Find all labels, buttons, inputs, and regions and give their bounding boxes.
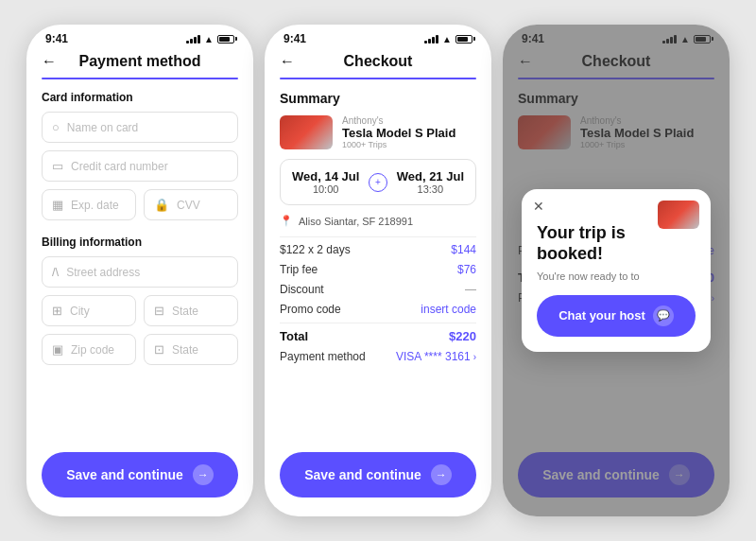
- chat-btn-label: Chat your host: [558, 308, 645, 323]
- cvv-placeholder: CVV: [177, 199, 200, 212]
- divider-2: [280, 323, 476, 323]
- end-date: Wed, 21 Jul: [397, 169, 464, 183]
- discount-val: —: [465, 283, 476, 296]
- divider-1: [280, 236, 476, 237]
- time-2: 9:41: [284, 32, 306, 45]
- state-icon: ⊟: [154, 304, 164, 318]
- save-continue-button-2[interactable]: Save and continue →: [280, 452, 476, 497]
- car-image-2: [280, 115, 333, 149]
- phone-payment: 9:41 ▲ ← Payment method Card information…: [26, 25, 253, 516]
- wifi-icon: ▲: [204, 34, 214, 44]
- modal-subtitle: You're now ready to to: [537, 270, 696, 282]
- phone-header-1: ← Payment method: [26, 49, 253, 78]
- total-label: Total: [280, 329, 308, 343]
- billing-section-label: Billing information: [42, 236, 238, 249]
- date-row-2: Wed, 14 Jul 10:00 + Wed, 21 Jul 13:30: [280, 159, 476, 205]
- calendar-icon: ▦: [52, 198, 63, 212]
- base-val: $144: [451, 243, 476, 256]
- payment-val-2[interactable]: VISA **** 3161 ›: [396, 350, 476, 363]
- exp-placeholder: Exp. date: [71, 199, 119, 212]
- city-state-row: ⊞ City ⊟ State: [42, 295, 238, 334]
- back-button-1[interactable]: ←: [42, 53, 57, 70]
- street-input[interactable]: /\ Street address: [42, 256, 238, 288]
- city-placeholder: City: [70, 305, 90, 318]
- name-on-card-input[interactable]: ○ Name on card: [42, 112, 238, 143]
- save-btn-label-1: Save and continue: [66, 467, 183, 482]
- city-icon: ⊞: [52, 304, 62, 318]
- end-time: 13:30: [397, 183, 464, 195]
- phone-header-2: ← Checkout: [265, 49, 491, 78]
- exp-date-input[interactable]: ▦ Exp. date: [42, 189, 136, 220]
- fee-row: Trip fee $76: [280, 263, 476, 276]
- base-label: $122 x 2 days: [280, 243, 351, 256]
- base-price-row: $122 x 2 days $144: [280, 243, 476, 256]
- state2-icon: ⊡: [154, 342, 164, 357]
- city-input[interactable]: ⊞ City: [42, 295, 136, 326]
- phone-content-2: Summary Anthony's Tesla Model S Plaid 10…: [265, 79, 491, 443]
- modal-car-image: [658, 201, 699, 229]
- status-icons-2: ▲: [424, 34, 472, 44]
- arrow-right-icon-2: →: [431, 464, 452, 485]
- bottom-btn-area-2: Save and continue →: [265, 443, 491, 516]
- name-placeholder: Name on card: [67, 121, 138, 134]
- discount-row: Discount —: [280, 283, 476, 296]
- person-icon: ○: [52, 120, 60, 134]
- fee-label: Trip fee: [280, 263, 318, 276]
- status-icons-1: ▲: [186, 34, 234, 44]
- modal-close-button[interactable]: ✕: [533, 199, 544, 214]
- street-placeholder: Street address: [66, 266, 140, 279]
- zip-input[interactable]: ▣ Zip code: [42, 334, 136, 365]
- save-continue-button-1[interactable]: Save and continue →: [42, 452, 238, 497]
- state-placeholder: State: [172, 305, 198, 318]
- save-btn-label-2: Save and continue: [304, 467, 421, 482]
- car-card-2: Anthony's Tesla Model S Plaid 1000+ Trip…: [280, 115, 476, 149]
- exp-cvv-row: ▦ Exp. date 🔒 CVV: [42, 189, 238, 228]
- cvv-input[interactable]: 🔒 CVV: [144, 189, 238, 220]
- total-val: $220: [449, 329, 476, 343]
- zip-state-row: ▣ Zip code ⊡ State: [42, 334, 238, 373]
- card-number-input[interactable]: ▭ Credit card number: [42, 150, 238, 182]
- chat-icon: 💬: [653, 305, 674, 326]
- payment-chevron-2: ›: [473, 352, 476, 362]
- card-icon: ▭: [52, 159, 63, 173]
- phone-booked-wrapper: 9:41 ▲ ← Checkout Summary: [503, 25, 730, 516]
- location-row-2: 📍 Aliso Siantar, SF 218991: [280, 215, 476, 227]
- state2-placeholder: State: [172, 343, 198, 357]
- car-name-2: Tesla Model S Plaid: [342, 126, 455, 140]
- battery-icon-2: [455, 35, 472, 44]
- signal-icon-2: [424, 35, 438, 44]
- phone-content-1: Card information ○ Name on card ▭ Credit…: [26, 79, 253, 443]
- promo-label: Promo code: [280, 303, 341, 316]
- summary-title-2: Summary: [280, 91, 476, 106]
- phone-checkout: 9:41 ▲ ← Checkout Summary Anthony's: [265, 25, 491, 516]
- state-input[interactable]: ⊟ State: [144, 295, 238, 326]
- state2-input[interactable]: ⊡ State: [144, 334, 238, 365]
- lock-icon: 🔒: [154, 198, 169, 212]
- back-button-2[interactable]: ←: [280, 53, 295, 70]
- promo-row: Promo code insert code: [280, 303, 476, 316]
- payment-row-2: Payment method VISA **** 3161 ›: [280, 350, 476, 363]
- location-icon-2: 📍: [280, 215, 293, 227]
- car-image-inner-2: [280, 115, 333, 149]
- modal-title: Your trip is booked!: [537, 223, 696, 264]
- page-title-2: Checkout: [280, 53, 476, 70]
- bottom-btn-area-1: Save and continue →: [26, 443, 253, 516]
- battery-icon: [217, 35, 234, 44]
- zip-placeholder: Zip code: [71, 343, 114, 357]
- chat-host-button[interactable]: Chat your host 💬: [537, 295, 696, 337]
- total-row: Total $220: [280, 329, 476, 343]
- card-number-placeholder: Credit card number: [71, 160, 168, 173]
- car-info-2: Anthony's Tesla Model S Plaid 1000+ Trip…: [342, 115, 455, 149]
- card-section-label: Card information: [42, 91, 238, 104]
- start-date-block: Wed, 14 Jul 10:00: [292, 169, 359, 195]
- status-bar-2: 9:41 ▲: [265, 25, 491, 49]
- payment-val-text-2: VISA **** 3161: [396, 350, 471, 363]
- start-time: 10:00: [292, 183, 359, 195]
- date-arrow-icon: +: [369, 173, 387, 192]
- promo-val[interactable]: insert code: [421, 303, 476, 316]
- discount-label: Discount: [280, 283, 324, 296]
- fee-val: $76: [457, 263, 476, 276]
- arrow-right-icon-1: →: [193, 464, 214, 485]
- payment-label-2: Payment method: [280, 350, 366, 363]
- end-date-block: Wed, 21 Jul 13:30: [397, 169, 464, 195]
